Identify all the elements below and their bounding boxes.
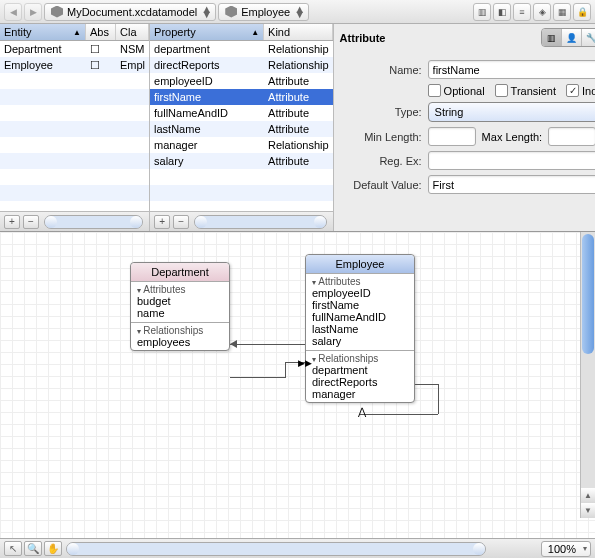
col-abstract[interactable]: Abs [86,24,116,40]
name-field[interactable] [428,60,595,79]
optional-checkbox[interactable]: Optional [428,84,485,97]
diagram-canvas[interactable]: Department Attributes budget name Relati… [0,232,595,538]
type-label: Type: [342,106,422,118]
rel-item: department [312,364,408,376]
minlen-label: Min Length: [342,131,422,143]
magnify-tool[interactable]: 🔍 [24,541,42,556]
col-entity[interactable]: Entity▲ [0,24,86,40]
relationship-line [230,344,305,345]
attr-item: lastName [312,323,408,335]
property-row[interactable]: employeeIDAttribute [150,73,333,89]
rel-item: manager [312,388,408,400]
property-hscroll[interactable] [194,215,327,229]
rel-item: employees [137,336,223,348]
property-row[interactable]: directReportsRelationship [150,57,333,73]
property-row[interactable]: departmentRelationship [150,41,333,57]
lock-button[interactable]: 🔒 [573,3,591,21]
entity-box-department[interactable]: Department Attributes budget name Relati… [130,262,230,351]
rels-label: Relationships [137,325,223,336]
property-row[interactable]: fullNameAndIDAttribute [150,105,333,121]
indexed-checkbox[interactable]: ✓Indexed [566,84,595,97]
path-entity-label: Employee [241,6,290,18]
type-select[interactable]: String▲▼ [428,102,595,122]
default-label: Default Value: [342,179,422,191]
relationship-line [230,377,285,378]
attrs-label: Attributes [312,276,408,287]
property-row-selected[interactable]: firstNameAttribute [150,89,333,105]
bottom-toolbar: ↖ 🔍 ✋ 100% [0,538,595,558]
tool-button-4[interactable]: ◈ [533,3,551,21]
arrow-icon [230,340,237,348]
relationship-line [285,362,286,378]
entity-table-header: Entity▲ Abs Cla [0,24,149,41]
entity-pane: Entity▲ Abs Cla Department ☐ NSM Employe… [0,24,150,231]
tab-userinfo[interactable]: 👤 [562,29,582,46]
attr-item: salary [312,335,408,347]
entity-box-employee[interactable]: Employee Attributes employeeID firstName… [305,254,415,403]
inspector-pane: Attribute ▥ 👤 🔧 ⟲ Name: Optional Transie… [334,24,595,231]
property-row[interactable]: lastNameAttribute [150,121,333,137]
property-row[interactable]: managerRelationship [150,137,333,153]
diagram-vscroll[interactable]: ▲ ▼ [580,232,595,518]
col-property[interactable]: Property▲ [150,24,264,40]
property-table-body[interactable]: departmentRelationship directReportsRela… [150,41,333,211]
attr-item: fullNameAndID [312,311,408,323]
entity-hscroll[interactable] [44,215,143,229]
remove-property-button[interactable]: − [173,215,189,229]
add-property-button[interactable]: + [154,215,170,229]
entity-icon [225,6,237,18]
tool-button-5[interactable]: ▦ [553,3,571,21]
diagram-hscroll[interactable] [66,542,486,556]
tool-button-3[interactable]: ≡ [513,3,531,21]
zoom-select[interactable]: 100% [541,541,591,557]
entity-header: Department [131,263,229,282]
stepper-icon: ▲▼ [294,7,302,17]
tool-button-2[interactable]: ◧ [493,3,511,21]
hand-tool[interactable]: ✋ [44,541,62,556]
inspector-title: Attribute [340,32,386,44]
path-document-label: MyDocument.xcdatamodel [67,6,197,18]
entity-row[interactable]: Employee ☐ Empl [0,57,149,73]
add-entity-button[interactable]: + [4,215,20,229]
pointer-tool[interactable]: ↖ [4,541,22,556]
col-class[interactable]: Cla [116,24,149,40]
col-kind[interactable]: Kind [264,24,333,40]
tool-button-1[interactable]: ▥ [473,3,491,21]
property-pane: Property▲ Kind departmentRelationship di… [150,24,334,231]
maxlen-label: Max Length: [482,131,543,143]
back-button[interactable]: ◀ [4,3,22,21]
remove-entity-button[interactable]: − [23,215,39,229]
navigation-toolbar: ◀ ▶ MyDocument.xcdatamodel ▲▼ Employee ▲… [0,0,595,24]
tab-config[interactable]: 🔧 [582,29,595,46]
arrow-open-icon: ⋀ [358,406,366,417]
regex-field[interactable] [428,151,595,170]
model-icon [51,6,63,18]
arrow-double-icon: ▶▶ [298,358,312,368]
rels-label: Relationships [312,353,408,364]
default-field[interactable] [428,175,595,194]
relationship-line [438,384,439,414]
maxlen-field[interactable] [548,127,595,146]
property-footer: + − [150,211,333,231]
inspector-tabs[interactable]: ▥ 👤 🔧 ⟲ [541,28,595,47]
attr-item: firstName [312,299,408,311]
path-document[interactable]: MyDocument.xcdatamodel ▲▼ [44,3,216,21]
entity-footer: + − [0,211,149,231]
attr-item: name [137,307,223,319]
property-row[interactable]: salaryAttribute [150,153,333,169]
attrs-label: Attributes [137,284,223,295]
rel-item: directReports [312,376,408,388]
path-entity[interactable]: Employee ▲▼ [218,3,309,21]
minlen-field[interactable] [428,127,476,146]
entity-header: Employee [306,255,414,274]
relationship-line [415,384,438,385]
forward-button[interactable]: ▶ [24,3,42,21]
property-table-header: Property▲ Kind [150,24,333,41]
attr-item: employeeID [312,287,408,299]
transient-checkbox[interactable]: Transient [495,84,556,97]
entity-row[interactable]: Department ☐ NSM [0,41,149,57]
tab-general[interactable]: ▥ [542,29,562,46]
stepper-icon: ▲▼ [201,7,209,17]
name-label: Name: [342,64,422,76]
entity-table-body[interactable]: Department ☐ NSM Employee ☐ Empl [0,41,149,211]
